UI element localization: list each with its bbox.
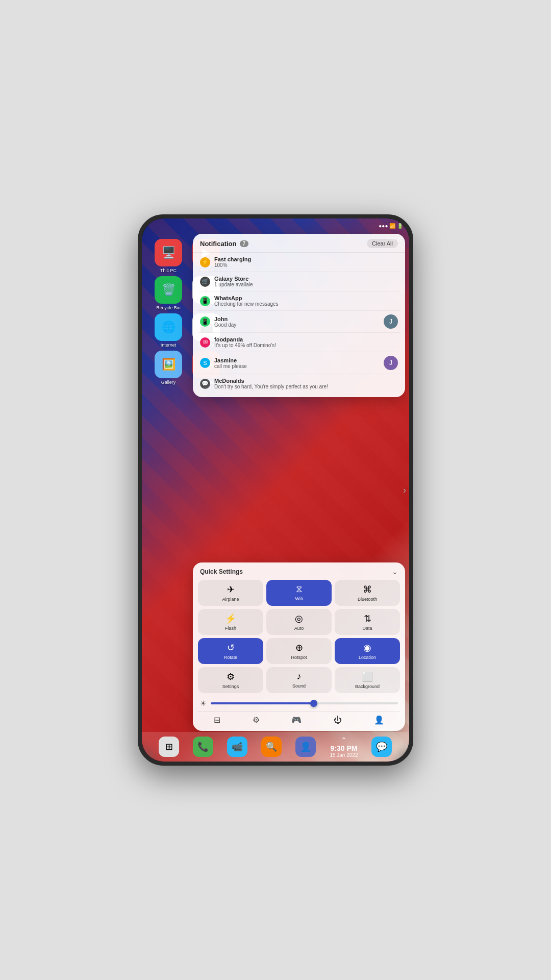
games-action-icon[interactable]: 🎮 xyxy=(291,715,302,725)
notification-list: ⚡Fast charging100%🛒Galaxy Store1 update … xyxy=(193,253,405,393)
notif-message-charging: 100% xyxy=(214,262,398,268)
qs-label-hotspot: Hotspot xyxy=(291,655,307,660)
qs-label-flash: Flash xyxy=(225,626,236,631)
contacts-icon: 👤 xyxy=(300,741,311,752)
qs-icon-sound: ♪ xyxy=(297,671,302,682)
qs-item-hotspot[interactable]: ⊕Hotspot xyxy=(266,638,332,664)
dock-messages[interactable]: 💬 xyxy=(371,737,392,757)
phone-frame: ●●● 📶 🔋 Sat 22 🖥️Thic PC▶You...🗑️Recycle… xyxy=(138,214,413,766)
qs-item-settings[interactable]: ⚙Settings xyxy=(198,667,263,693)
qs-label-wifi: Wifi xyxy=(295,596,303,601)
notif-app-name-galaxy: Galaxy Store xyxy=(214,276,398,282)
qs-icon-flash: ⚡ xyxy=(225,613,236,624)
app-icon-7[interactable]: 🖼️Gallery xyxy=(151,351,186,385)
brightness-row: ☀ xyxy=(198,697,400,712)
dock-video[interactable]: 📹 xyxy=(227,737,247,757)
app-icon-3[interactable]: 🗑️Recycle Bin xyxy=(151,276,186,310)
power-action-icon[interactable]: ⏻ xyxy=(334,716,342,725)
brightness-thumb xyxy=(310,700,317,707)
qs-item-data[interactable]: ⇅Data xyxy=(335,609,400,635)
notification-item-mcdonalds[interactable]: 💬McDonaldsDon't try so hard, You're simp… xyxy=(198,374,400,393)
quick-settings-panel: Quick Settings ⌄ ✈Airplane⧖Wifi⌘Bluetoot… xyxy=(193,562,405,731)
qs-icon-location: ◉ xyxy=(363,642,371,653)
qs-item-auto[interactable]: ◎Auto xyxy=(266,609,332,635)
qs-icon-wifi: ⧖ xyxy=(296,584,303,595)
qs-icon-rotate: ↺ xyxy=(227,642,235,653)
search-icon: 🔍 xyxy=(266,741,277,752)
qs-icon-hotspot: ⊕ xyxy=(295,642,303,653)
notif-app-icon-galaxy: 🛒 xyxy=(200,277,210,287)
app-icon-label-3: Recycle Bin xyxy=(156,305,181,310)
qs-item-rotate[interactable]: ↺Rotate xyxy=(198,638,263,664)
notification-item-galaxy[interactable]: 🛒Galaxy Store1 update availale xyxy=(198,272,400,291)
notification-item-jasmine[interactable]: SJasminecall me pleaseJ xyxy=(198,352,400,374)
notification-panel: Notification 7 Clear All ⚡Fast charging1… xyxy=(193,234,405,397)
notif-app-icon-john: 📱 xyxy=(200,316,210,327)
phone-icon: 📞 xyxy=(197,741,209,752)
notif-app-name-foodpanda: foodpanda xyxy=(214,336,398,342)
user-action-icon[interactable]: 👤 xyxy=(374,715,384,725)
notif-app-icon-jasmine: S xyxy=(200,358,210,368)
brightness-track[interactable] xyxy=(211,702,398,704)
notif-message-whatsapp1: Checking for new messages xyxy=(214,301,398,307)
qs-item-background[interactable]: ⬜Background xyxy=(335,667,400,693)
notif-message-galaxy: 1 update availale xyxy=(214,282,398,287)
qs-item-airplane[interactable]: ✈Airplane xyxy=(198,580,263,606)
qs-label-auto: Auto xyxy=(294,626,304,631)
app-icon-label-7: Gallery xyxy=(161,380,176,385)
app-icon-5[interactable]: 🌐Internet xyxy=(151,313,186,348)
notification-item-whatsapp1[interactable]: 📱WhatsAppChecking for new messages xyxy=(198,291,400,311)
dock-multiwindow[interactable]: ⊞ xyxy=(159,737,179,757)
clear-all-button[interactable]: Clear All xyxy=(367,239,398,248)
dock-search[interactable]: 🔍 xyxy=(261,737,282,757)
notif-message-john: Good day xyxy=(214,322,380,328)
notif-app-name-john: John xyxy=(214,316,380,322)
app-icon-label-1: Thic PC xyxy=(160,268,177,273)
qs-item-wifi[interactable]: ⧖Wifi xyxy=(266,580,332,606)
qs-icon-auto: ◎ xyxy=(295,613,303,624)
dock: ⊞ 📞 📹 🔍 👤 ⌃ 9:30 PM 15 Jan 2022 💬 xyxy=(142,732,409,762)
notif-avatar-jasmine: J xyxy=(384,356,398,370)
qs-label-data: Data xyxy=(362,626,372,631)
notif-app-icon-mcdonalds: 💬 xyxy=(200,379,210,389)
qs-label-location: Location xyxy=(359,655,376,660)
qs-grid: ✈Airplane⧖Wifi⌘Bluetooth⚡Flash◎Auto⇅Data… xyxy=(198,580,400,693)
qs-item-location[interactable]: ◉Location xyxy=(335,638,400,664)
notif-app-icon-charging: ⚡ xyxy=(200,257,210,267)
notif-message-jasmine: call me please xyxy=(214,363,380,369)
qs-icon-bluetooth: ⌘ xyxy=(363,584,372,595)
status-bar: ●●● 📶 🔋 xyxy=(142,218,409,233)
brightness-icon: ☀ xyxy=(200,699,207,707)
dock-phone[interactable]: 📞 xyxy=(193,737,213,757)
qs-item-sound[interactable]: ♪Sound xyxy=(266,667,332,693)
app-icon-1[interactable]: 🖥️Thic PC xyxy=(151,239,186,273)
screenshot-icon[interactable]: ⊟ xyxy=(214,715,220,725)
notif-app-name-charging: Fast charging xyxy=(214,256,398,262)
notif-message-foodpanda: It's up to 49% off Domino's! xyxy=(214,342,398,348)
qs-header: Quick Settings ⌄ xyxy=(198,568,400,580)
messages-icon: 💬 xyxy=(376,741,387,752)
notification-item-charging[interactable]: ⚡Fast charging100% xyxy=(198,253,400,272)
qs-icon-airplane: ✈ xyxy=(227,584,235,595)
qs-label-bluetooth: Bluetooth xyxy=(358,597,377,602)
qs-label-rotate: Rotate xyxy=(224,655,238,660)
settings-action-icon[interactable]: ⚙ xyxy=(253,715,260,725)
notification-header: Notification 7 Clear All xyxy=(193,239,405,253)
qs-collapse-icon[interactable]: ⌄ xyxy=(392,568,398,576)
qs-item-flash[interactable]: ⚡Flash xyxy=(198,609,263,635)
dock-date: 15 Jan 2022 xyxy=(330,752,358,758)
dock-time: 9:30 PM xyxy=(330,744,358,752)
notification-item-foodpanda[interactable]: ✉foodpandaIt's up to 49% off Domino's! xyxy=(198,333,400,352)
dock-contacts[interactable]: 👤 xyxy=(295,737,316,757)
notification-count-badge: 7 xyxy=(240,240,249,247)
chevron-up-icon: ⌃ xyxy=(330,736,358,744)
notif-title-text: Notification xyxy=(200,240,237,248)
notification-item-john[interactable]: 📱JohnGood dayJ xyxy=(198,311,400,333)
qs-icon-background: ⬜ xyxy=(362,671,373,682)
side-arrow-icon: › xyxy=(403,485,406,496)
qs-label-settings: Settings xyxy=(222,684,239,689)
multiwindow-icon: ⊞ xyxy=(165,741,173,752)
notif-avatar-john: J xyxy=(384,314,398,329)
qs-label-airplane: Airplane xyxy=(222,597,239,602)
qs-item-bluetooth[interactable]: ⌘Bluetooth xyxy=(335,580,400,606)
